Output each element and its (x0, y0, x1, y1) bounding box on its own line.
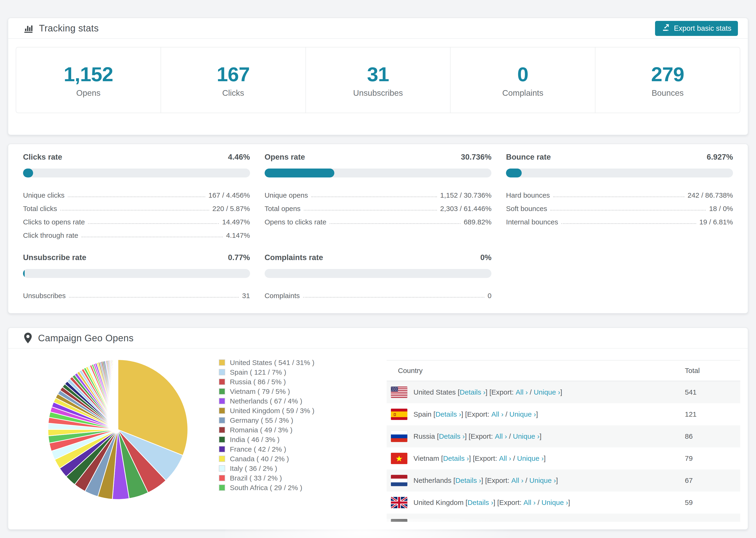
country-cell: Vietnam [Details ›] [Export: All › / Uni… (387, 453, 685, 464)
rate-stat-row: Hard bounces 242 / 86.738% (506, 186, 733, 199)
export-unique-link[interactable]: Unique › (520, 521, 547, 522)
legend-label: Netherlands ( 67 / 4% ) (230, 397, 302, 405)
country-total: 67 (685, 469, 740, 492)
dotted-leader (553, 196, 684, 197)
rate-stat-row: Unique clicks 167 / 4.456% (23, 186, 250, 199)
legend-swatch (219, 475, 225, 481)
stat-box-clicks: 167 Clicks (161, 47, 305, 113)
export-icon (662, 23, 670, 33)
export-unique-link[interactable]: Unique › (513, 432, 539, 440)
stat-label: Opens (76, 88, 100, 98)
rate-stat-value: 14.497% (222, 218, 250, 226)
export-all-link[interactable]: All › (499, 455, 512, 462)
rate-stat-label: Total opens (265, 205, 300, 213)
legend-label: Germany ( 55 / 3% ) (230, 416, 293, 424)
export-unique-link[interactable]: Unique › (534, 388, 560, 396)
rate-stat-label: Opens to clicks rate (265, 218, 326, 226)
details-link[interactable]: Details › (435, 410, 461, 418)
legend-swatch (219, 446, 225, 452)
rate-stat-label: Complaints (265, 292, 300, 300)
country-cell: United Kingdom [Details ›] [Export: All … (387, 497, 685, 508)
tracking-stats-title: Tracking stats (23, 23, 99, 33)
export-all-link[interactable]: All › (495, 432, 507, 440)
rates-grid: Clicks rate 4.46% Unique clicks 167 / 4.… (23, 153, 733, 300)
stat-box-bounces: 279 Bounces (595, 47, 740, 113)
stat-label: Clicks (222, 88, 244, 98)
export-unique-link[interactable]: Unique › (529, 476, 556, 484)
geo-table-row-ru: Russia [Details ›] [Export: All › / Uniq… (387, 425, 740, 447)
rate-stat-label: Unique opens (265, 191, 308, 199)
rate-stat-row: Internal bounces 19 / 6.81% (506, 213, 733, 226)
rate-stat-label: Hard bounces (506, 191, 550, 199)
legend-label: United Kingdom ( 59 / 3% ) (230, 407, 314, 415)
rate-stat-value: 31 (242, 292, 250, 300)
geo-opens-table: Country Total United States [Details ›] … (387, 360, 740, 522)
details-link[interactable]: Details › (455, 476, 481, 484)
stat-value: 31 (367, 63, 389, 86)
dotted-leader (561, 223, 696, 224)
legend-swatch (219, 359, 225, 366)
rate-stat-row: Total clicks 220 / 5.87% (23, 199, 250, 213)
country-total: 86 (685, 425, 740, 447)
rate-stat-row: Unique opens 1,152 / 30.736% (265, 186, 492, 199)
details-link[interactable]: Details › (443, 455, 469, 462)
details-link[interactable]: Details › (460, 388, 486, 396)
legend-swatch (219, 379, 225, 385)
dotted-leader (68, 196, 205, 197)
flag-icon-es (391, 409, 407, 420)
export-all-link[interactable]: All › (515, 388, 528, 396)
geo-table-header-country: Country (387, 360, 685, 381)
country-cell: Spain [Details ›] [Export: All › / Uniqu… (387, 409, 685, 420)
rate-value: 0.77% (228, 253, 250, 262)
export-all-link[interactable]: All › (491, 410, 504, 418)
map-pin-icon (23, 332, 33, 344)
country-total: 59 (685, 492, 740, 513)
rate-stat-row: Total opens 2,303 / 61.446% (265, 199, 492, 213)
stat-box-opens: 1,152 Opens (16, 47, 161, 113)
details-link[interactable]: Details › (439, 432, 465, 440)
legend-swatch (219, 407, 225, 414)
legend-swatch (219, 388, 225, 395)
country-name: United Kingdom (413, 499, 463, 507)
rate-progress-track (265, 169, 492, 178)
dotted-leader (303, 297, 484, 297)
export-basic-stats-button[interactable]: Export basic stats (655, 21, 738, 36)
rate-stat-value: 4.147% (226, 232, 250, 240)
legend-label: France ( 42 / 2% ) (230, 445, 286, 453)
details-link[interactable]: Details › (467, 499, 493, 507)
stat-label: Unsubscribes (353, 88, 403, 98)
export-all-link[interactable]: All › (512, 476, 523, 484)
geo-opens-legend: United States ( 541 / 31% ) Spain ( 121 … (219, 358, 314, 493)
export-unique-link[interactable]: Unique › (510, 410, 536, 418)
legend-swatch (219, 427, 225, 433)
rate-value: 0% (480, 253, 492, 262)
country-cell: Germany [Details ›] [Export: All › / Uni… (387, 519, 685, 522)
rate-stat-row: Click through rate 4.147% (23, 226, 250, 240)
campaign-geo-opens-title-text: Campaign Geo Opens (38, 333, 134, 344)
legend-label: South Africa ( 29 / 2% ) (230, 484, 302, 492)
export-all-link[interactable]: All › (502, 521, 514, 522)
export-all-link[interactable]: All › (523, 499, 536, 507)
details-link[interactable]: Details › (446, 521, 472, 522)
legend-item-brazil: Brazil ( 33 / 2% ) (219, 473, 314, 483)
country-name: United States (413, 388, 456, 396)
rate-stat-label: Click through rate (23, 232, 78, 240)
tracking-stats-panel: Tracking stats Export basic stats 1,152 … (8, 18, 748, 135)
rate-stat-value: 220 / 5.87% (212, 205, 250, 213)
rate-block-bounce-rate: Bounce rate 6.927% Hard bounces 242 / 86… (506, 153, 733, 226)
legend-item-spain: Spain ( 121 / 7% ) (219, 367, 314, 377)
legend-label: United States ( 541 / 31% ) (230, 359, 314, 367)
export-unique-link[interactable]: Unique › (541, 499, 568, 507)
country-name: Netherlands (413, 476, 452, 484)
legend-item-italy: Italy ( 36 / 2% ) (219, 463, 314, 473)
rates-panel: Clicks rate 4.46% Unique clicks 167 / 4.… (8, 144, 748, 314)
export-unique-link[interactable]: Unique › (517, 455, 544, 462)
rate-stat-value: 19 / 6.81% (699, 218, 733, 226)
geo-table-row-es: Spain [Details ›] [Export: All › / Uniqu… (387, 403, 740, 425)
geo-opens-table-wrap: Country Total United States [Details ›] … (387, 360, 740, 522)
rate-stat-label: Unsubscribes (23, 292, 66, 300)
geo-opens-pie-chart (43, 354, 193, 505)
stat-box-unsubscribes: 31 Unsubscribes (305, 47, 450, 113)
stat-value: 1,152 (64, 63, 113, 86)
stat-value: 279 (651, 63, 684, 86)
